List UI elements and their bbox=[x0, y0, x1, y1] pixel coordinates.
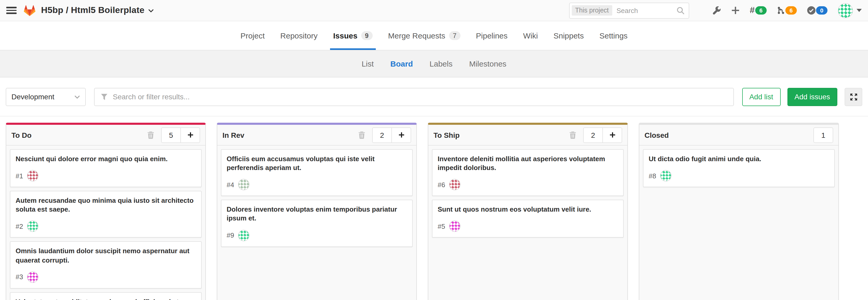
user-menu-caret-icon bbox=[857, 9, 862, 12]
mrs-count-badge: 6 bbox=[785, 6, 797, 14]
delete-list-icon[interactable] bbox=[147, 131, 154, 139]
issue-title: Voluptates ut cupiditate possimus qui of… bbox=[16, 297, 196, 300]
issue-count: 2 bbox=[373, 128, 392, 142]
gitlab-logo-icon[interactable] bbox=[23, 4, 36, 17]
issues-hash-icon: # bbox=[750, 5, 755, 16]
filter-search-input[interactable]: Search or filter results... bbox=[94, 88, 734, 106]
chevron-down-icon bbox=[148, 8, 154, 12]
tab-snippets[interactable]: Snippets bbox=[554, 21, 584, 50]
assignee-avatar[interactable] bbox=[238, 230, 250, 241]
fullscreen-expand-icon bbox=[849, 93, 857, 100]
todos-indicator[interactable]: 0 bbox=[807, 6, 828, 14]
tab-settings[interactable]: Settings bbox=[599, 21, 627, 50]
add-list-button[interactable]: Add list bbox=[742, 88, 780, 106]
board-switcher-value: Development bbox=[11, 93, 54, 101]
admin-wrench-icon[interactable] bbox=[712, 6, 721, 15]
issues-count-badge: 6 bbox=[755, 6, 767, 14]
issue-id: #9 bbox=[227, 231, 234, 239]
delete-list-icon[interactable] bbox=[358, 131, 365, 139]
filter-placeholder: Search or filter results... bbox=[113, 93, 190, 101]
user-avatar bbox=[838, 3, 853, 18]
column-header: In Rev 2 bbox=[217, 125, 416, 146]
navbar-right: This project Search # 6 6 bbox=[569, 2, 862, 19]
column-title: Closed bbox=[645, 131, 669, 139]
tab-merge-requests[interactable]: Merge Requests 7 bbox=[388, 21, 460, 50]
global-search-input[interactable]: This project Search bbox=[569, 2, 689, 19]
column-header: To Ship 2 bbox=[428, 125, 627, 146]
add-issue-to-list-button[interactable] bbox=[602, 128, 622, 142]
issue-card[interactable]: Autem recusandae quo minima quia iusto s… bbox=[10, 191, 202, 238]
column-title: To Do bbox=[11, 131, 31, 139]
tab-project[interactable]: Project bbox=[240, 21, 265, 50]
issue-board: To Do 5 Nesciunt qui dolore error magni bbox=[0, 117, 868, 300]
column-title: In Rev bbox=[222, 131, 244, 139]
assignee-avatar[interactable] bbox=[660, 170, 672, 181]
search-icon bbox=[677, 6, 684, 14]
search-placeholder: Search bbox=[616, 6, 677, 14]
tab-pipelines[interactable]: Pipelines bbox=[476, 21, 507, 50]
issue-title: Autem recusandae quo minima quia iusto s… bbox=[16, 196, 196, 214]
issue-card[interactable]: Nesciunt qui dolore error magni quo quia… bbox=[10, 149, 202, 187]
assignee-avatar[interactable] bbox=[27, 221, 39, 232]
card-list: Inventore deleniti mollitia aut asperior… bbox=[428, 146, 627, 241]
issue-card[interactable]: Omnis laudantium dolor suscipit nemo asp… bbox=[10, 241, 202, 289]
board-switcher-dropdown[interactable]: Development bbox=[6, 88, 86, 106]
board-column-todo: To Do 5 Nesciunt qui dolore error magni bbox=[6, 123, 206, 300]
issue-card[interactable]: Inventore deleniti mollitia aut asperior… bbox=[432, 149, 624, 196]
assignee-avatar[interactable] bbox=[27, 170, 39, 181]
tab-wiki[interactable]: Wiki bbox=[523, 21, 538, 50]
subtab-labels[interactable]: Labels bbox=[430, 59, 453, 68]
add-issues-button[interactable]: Add issues bbox=[787, 88, 837, 106]
new-plus-icon[interactable] bbox=[731, 6, 739, 14]
todo-check-icon bbox=[807, 6, 815, 14]
assignee-avatar[interactable] bbox=[450, 221, 461, 232]
issue-title: Dolores inventore voluptas enim temporib… bbox=[227, 205, 407, 223]
add-issue-to-list-button[interactable] bbox=[392, 128, 411, 142]
assignee-avatar[interactable] bbox=[27, 271, 39, 283]
assigned-mrs-indicator[interactable]: 6 bbox=[777, 6, 797, 14]
issue-id: #8 bbox=[649, 172, 656, 180]
merge-request-icon bbox=[777, 6, 785, 14]
issue-id: #6 bbox=[438, 181, 445, 189]
board-column-to-ship: To Ship 2 Inventore deleniti mollitia a bbox=[428, 123, 628, 300]
board-column-closed: Closed 1 Ut dicta odio fugit animi unde … bbox=[639, 123, 839, 300]
project-title: H5bp / Html5 Boilerplate bbox=[41, 5, 145, 16]
delete-list-icon[interactable] bbox=[569, 131, 577, 139]
subtab-milestones[interactable]: Milestones bbox=[469, 59, 506, 68]
issue-id: #3 bbox=[16, 273, 23, 281]
top-navbar: H5bp / Html5 Boilerplate This project Se… bbox=[0, 0, 868, 21]
board-filter-bar: Development Search or filter results... … bbox=[0, 78, 868, 117]
issue-id: #2 bbox=[16, 222, 23, 230]
subtab-board[interactable]: Board bbox=[390, 59, 413, 68]
tab-repository[interactable]: Repository bbox=[280, 21, 317, 50]
board-column-in-rev: In Rev 2 Officiis eum accusamus volupta bbox=[217, 123, 417, 300]
tab-issues[interactable]: Issues 9 bbox=[333, 21, 372, 50]
hamburger-menu-icon[interactable] bbox=[6, 7, 17, 14]
column-header: To Do 5 bbox=[6, 125, 205, 146]
issue-count: 2 bbox=[584, 128, 602, 142]
user-menu[interactable] bbox=[838, 3, 862, 18]
add-issue-to-list-button[interactable] bbox=[180, 128, 199, 142]
issue-title: Sunt ut quos nostrum eos voluptatum veli… bbox=[438, 205, 618, 214]
issue-card[interactable]: Ut dicta odio fugit animi unde quia. #8 bbox=[643, 149, 835, 187]
subtab-list[interactable]: List bbox=[362, 59, 374, 68]
project-breadcrumb[interactable]: H5bp / Html5 Boilerplate bbox=[41, 5, 154, 16]
issue-card[interactable]: Sunt ut quos nostrum eos voluptatum veli… bbox=[432, 200, 624, 238]
issue-title: Omnis laudantium dolor suscipit nemo asp… bbox=[16, 247, 196, 265]
todos-count-badge: 0 bbox=[816, 6, 828, 14]
assignee-avatar[interactable] bbox=[450, 179, 461, 190]
issue-card[interactable]: Dolores inventore voluptas enim temporib… bbox=[221, 200, 413, 247]
fullscreen-button[interactable] bbox=[845, 88, 862, 106]
issues-subnav: List Board Labels Milestones bbox=[0, 51, 868, 78]
card-list: Ut dicta odio fugit animi unde quia. #8 bbox=[639, 146, 838, 191]
issue-title: Ut dicta odio fugit animi unde quia. bbox=[649, 154, 829, 163]
issue-card[interactable]: Voluptates ut cupiditate possimus qui of… bbox=[10, 292, 202, 300]
gitlab-app: H5bp / Html5 Boilerplate This project Se… bbox=[0, 0, 868, 300]
mrs-tab-badge: 7 bbox=[449, 31, 460, 40]
assigned-issues-indicator[interactable]: # 6 bbox=[750, 5, 767, 16]
issue-title: Officiis eum accusamus voluptas qui iste… bbox=[227, 154, 407, 172]
assignee-avatar[interactable] bbox=[238, 179, 250, 190]
column-header: Closed 1 bbox=[639, 125, 838, 146]
issue-id: #1 bbox=[16, 172, 23, 180]
issue-card[interactable]: Officiis eum accusamus voluptas qui iste… bbox=[221, 149, 413, 196]
